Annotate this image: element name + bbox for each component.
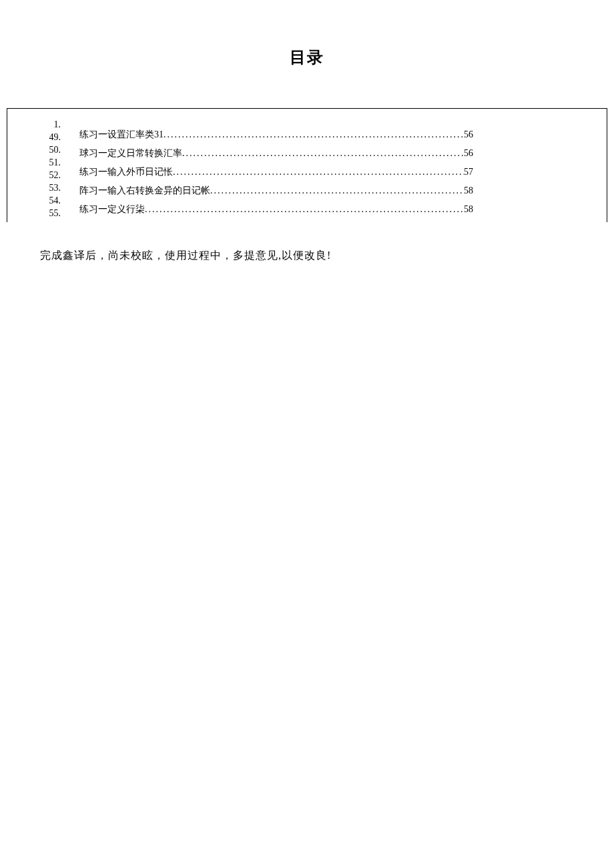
toc-page-number: 56: [464, 148, 473, 159]
toc-container: 1. 49. 50. 51. 52. 53. 54. 55. 练习一设置汇率类3…: [7, 108, 607, 222]
toc-number: 54.: [41, 194, 61, 207]
toc-entry-text: 练习一设置汇率类31: [79, 129, 164, 141]
toc-number: 55.: [41, 207, 61, 220]
toc-entry-text: 阵习一输入右转换金异的日记帐: [79, 185, 210, 197]
toc-entry-text: 练习一定义行柒: [79, 203, 145, 215]
toc-entry-text: 球习一定义日常转换汇率: [79, 147, 182, 159]
toc-entry: 练习一设置汇率类31 56: [79, 129, 473, 141]
document-page: 目录 1. 49. 50. 51. 52. 53. 54. 55. 练习一设置汇…: [0, 0, 614, 263]
toc-number: 1.: [41, 118, 61, 131]
toc-number: 49.: [41, 131, 61, 143]
toc-page-number: 57: [464, 167, 473, 177]
toc-number-column: 1. 49. 50. 51. 52. 53. 54. 55.: [41, 118, 61, 220]
toc-page-number: 56: [464, 129, 473, 140]
toc-entry: 球习一定义日常转换汇率 56: [79, 147, 473, 159]
toc-number: 51.: [41, 156, 61, 169]
toc-page-number: 58: [464, 185, 473, 196]
toc-dots: [210, 185, 464, 196]
toc-dots: [182, 148, 464, 159]
toc-number: 53.: [41, 181, 61, 194]
toc-dots: [173, 167, 464, 177]
toc-dots: [145, 204, 464, 215]
toc-page-number: 58: [464, 204, 473, 215]
toc-entry: 练习一输入外币日记怅 57: [79, 166, 473, 178]
toc-entry: 阵习一输入右转换金异的日记帐 58: [79, 185, 473, 197]
toc-entries: 练习一设置汇率类31 56 球习一定义日常转换汇率 56 练习一输入外币日记怅 …: [79, 129, 473, 222]
toc-entry: 练习一定义行柒 58: [79, 203, 473, 215]
toc-entry-text: 练习一输入外币日记怅: [79, 166, 173, 178]
toc-dots: [164, 129, 464, 140]
toc-number: 50.: [41, 143, 61, 156]
page-title: 目录: [0, 0, 614, 108]
footnote-text: 完成鑫译后，尚未校眩，使用过程中，多提意见,以便改良!: [40, 249, 574, 263]
toc-number: 52.: [41, 169, 61, 181]
